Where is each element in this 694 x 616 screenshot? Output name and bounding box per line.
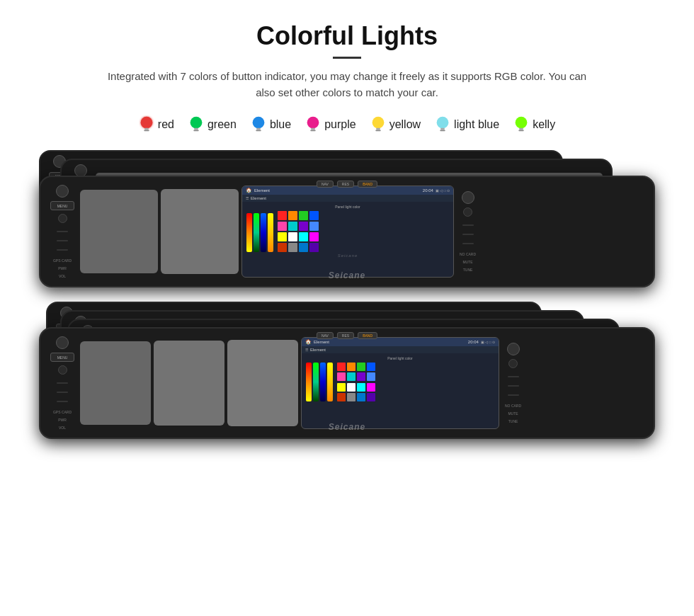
res-button[interactable]: RES	[337, 181, 354, 188]
svg-rect-17	[440, 130, 445, 131]
color-label-purple: purple	[324, 118, 355, 131]
panel-light-label: Panel light color	[246, 205, 449, 209]
top-right-btn[interactable]	[462, 191, 474, 204]
mid-left-btn[interactable]	[58, 214, 67, 223]
b-mute: MUTE	[508, 411, 518, 416]
b-swatches	[337, 363, 375, 401]
svg-point-6	[253, 117, 265, 129]
right-btn-2[interactable]	[463, 207, 472, 217]
bulb-green	[188, 115, 204, 135]
nav-button[interactable]: NAV	[317, 181, 334, 188]
top-panel-row: MENU GPS CARD PWR VOL	[28, 150, 666, 292]
page-title: Colorful Lights	[28, 21, 666, 51]
bulb-light-blue	[435, 115, 450, 135]
top-device-front: NAV RES BAND MENU GPS CARD PWR	[39, 176, 655, 287]
screen-watermark: Seicane	[242, 253, 453, 258]
menu-knob[interactable]: MENU	[50, 201, 74, 210]
swatch-dp	[309, 243, 319, 252]
screen-nav-title: Element	[251, 196, 266, 200]
bulb-purple	[305, 115, 321, 135]
b-right-sm[interactable]	[508, 359, 518, 368]
swatch-lb	[288, 222, 297, 231]
swatch-m	[309, 232, 319, 241]
svg-rect-11	[310, 130, 315, 131]
top-device-stack: MENU GPS CARD PWR VOL	[39, 150, 655, 292]
bottom-left-controls: MENU GPS CARD PWR VOL	[50, 336, 74, 430]
device-left-controls: MENU GPS CARD PWR VOL	[50, 185, 74, 278]
svg-rect-16	[440, 128, 445, 130]
b-panel-light-label: Panel light color	[306, 356, 494, 360]
b-bar-1	[306, 363, 312, 401]
b-inactive-screen-2	[154, 341, 224, 426]
color-swatches-section	[278, 211, 319, 252]
page-subtitle: Integrated with 7 colors of button indic…	[99, 69, 595, 101]
bottom-right-controls: NO CARD MUTE TUNE	[505, 343, 521, 423]
svg-point-12	[372, 117, 384, 129]
bar-3	[261, 213, 266, 252]
b-top-left[interactable]	[56, 336, 69, 349]
swatch-dr	[278, 243, 287, 252]
b-screen-nav: Element	[310, 348, 326, 352]
b-mid-left[interactable]	[58, 365, 67, 375]
svg-rect-4	[194, 128, 198, 130]
svg-point-0	[140, 117, 152, 129]
color-bars-section	[246, 211, 273, 252]
b-left-speaker	[57, 378, 68, 406]
bulb-red	[139, 115, 154, 135]
b-no-card: NO CARD	[505, 404, 521, 408]
left-speaker	[57, 227, 68, 255]
svg-point-15	[437, 117, 449, 129]
b-gps-label: GPS CARD	[53, 410, 72, 414]
b-nav-bar: ☰ Element	[302, 346, 499, 353]
screen-title-top: Element	[254, 188, 270, 193]
swatch-cy	[299, 232, 308, 241]
bar-2	[254, 213, 259, 252]
b-menu-knob[interactable]: MENU	[50, 353, 74, 362]
color-item-kelly: kelly	[513, 115, 555, 135]
color-label-yellow: yellow	[389, 118, 421, 131]
b-screen-time: 20:04	[468, 340, 479, 344]
vol-label: VOL	[59, 274, 66, 278]
b-tune: TUNE	[508, 419, 518, 423]
right-speaker	[462, 220, 474, 249]
color-item-purple: purple	[305, 115, 355, 135]
b-inactive-screen-1	[80, 341, 151, 425]
svg-point-18	[516, 117, 528, 129]
b-screen-title: Element	[314, 340, 329, 344]
swatch-g	[299, 211, 308, 220]
swatch-gray	[288, 243, 297, 252]
screen-nav-bar: ☰ Element	[242, 195, 453, 202]
no-card-label: NO CARD	[460, 252, 476, 256]
svg-point-9	[307, 117, 319, 129]
svg-rect-10	[311, 128, 315, 130]
color-label-light-blue: light blue	[454, 118, 499, 131]
b-res-button[interactable]: RES	[337, 332, 354, 339]
b-band-button[interactable]: BAND	[358, 332, 377, 339]
device-panels: MENU GPS CARD PWR VOL	[28, 150, 666, 443]
b-right-speaker	[508, 372, 519, 400]
swatch-r	[278, 211, 287, 220]
b-color-bars	[306, 363, 333, 401]
color-item-light-blue: light blue	[435, 115, 499, 135]
inactive-screen-1	[80, 190, 158, 273]
svg-rect-7	[256, 128, 261, 130]
b-bar-3	[320, 363, 326, 401]
swatch-w	[288, 232, 297, 241]
color-display-area	[246, 211, 449, 252]
swatch-bu	[309, 222, 319, 231]
swatch-mb	[299, 243, 308, 252]
color-indicators-row: red green blue	[28, 115, 666, 135]
color-label-red: red	[158, 118, 174, 131]
screen-time: 20:04	[423, 188, 433, 193]
swatch-y	[278, 232, 287, 241]
band-button[interactable]: BAND	[358, 181, 377, 188]
svg-rect-2	[144, 130, 149, 131]
active-screen-top: 🏠 Element 20:04 ▣ ◁ □ ⊙ ☰ Element	[241, 186, 454, 278]
top-left-btn[interactable]	[56, 185, 69, 198]
b-top-right[interactable]	[507, 343, 520, 355]
svg-point-3	[190, 117, 203, 129]
b-color-display	[306, 363, 494, 401]
svg-rect-13	[376, 128, 380, 130]
mute-label: MUTE	[462, 260, 472, 264]
b-nav-button[interactable]: NAV	[317, 332, 334, 339]
